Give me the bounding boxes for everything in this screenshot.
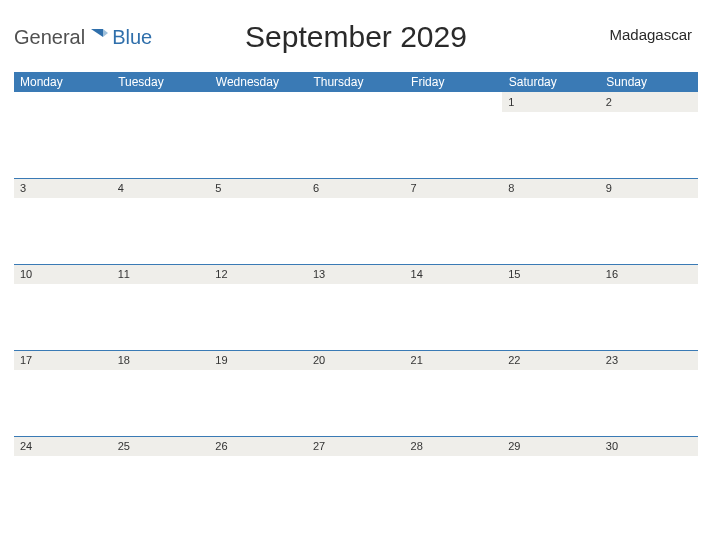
day-cell: 14	[405, 264, 503, 284]
day-cell: 20	[307, 350, 405, 370]
day-cell: 29	[502, 436, 600, 456]
day-cell: 30	[600, 436, 698, 456]
day-cell: 9	[600, 178, 698, 198]
brand-logo: General Blue	[14, 26, 152, 49]
week-3-body	[14, 284, 698, 350]
day-cell: 8	[502, 178, 600, 198]
day-cell: 15	[502, 264, 600, 284]
page-fold-icon	[89, 27, 109, 47]
dow-tue: Tuesday	[112, 72, 210, 92]
dow-wed: Wednesday	[209, 72, 307, 92]
day-cell: 21	[405, 350, 503, 370]
day-cell: 26	[209, 436, 307, 456]
week-5-nums: 24 25 26 27 28 29 30	[14, 436, 698, 456]
week-1-nums: 1 2	[14, 92, 698, 112]
week-2-body	[14, 198, 698, 264]
day-cell: 28	[405, 436, 503, 456]
calendar-body: 1 2 3 4 5 6 7 8 9 10 11 12 13 14 15 16 1…	[14, 92, 698, 522]
week-1-body	[14, 112, 698, 178]
day-cell: 1	[502, 92, 600, 112]
day-cell: 17	[14, 350, 112, 370]
day-cell: 23	[600, 350, 698, 370]
week-4-body	[14, 370, 698, 436]
day-cell: 16	[600, 264, 698, 284]
day-cell: 3	[14, 178, 112, 198]
day-cell: 10	[14, 264, 112, 284]
day-cell: 24	[14, 436, 112, 456]
header: General Blue September 2029 Madagascar	[14, 8, 698, 66]
day-cell	[14, 92, 112, 112]
dow-mon: Monday	[14, 72, 112, 92]
country-label: Madagascar	[609, 26, 692, 43]
day-cell: 25	[112, 436, 210, 456]
day-cell: 27	[307, 436, 405, 456]
day-cell: 13	[307, 264, 405, 284]
day-cell: 11	[112, 264, 210, 284]
day-cell: 12	[209, 264, 307, 284]
dow-row: Monday Tuesday Wednesday Thursday Friday…	[14, 72, 698, 92]
day-cell	[112, 92, 210, 112]
dow-thu: Thursday	[307, 72, 405, 92]
dow-sat: Saturday	[502, 72, 600, 92]
brand-general: General	[14, 26, 85, 49]
day-cell	[307, 92, 405, 112]
dow-sun: Sunday	[600, 72, 698, 92]
day-cell	[209, 92, 307, 112]
day-cell: 19	[209, 350, 307, 370]
dow-fri: Friday	[405, 72, 503, 92]
week-2-nums: 3 4 5 6 7 8 9	[14, 178, 698, 198]
day-cell: 7	[405, 178, 503, 198]
brand-blue: Blue	[112, 26, 152, 49]
day-cell: 22	[502, 350, 600, 370]
calendar-table: Monday Tuesday Wednesday Thursday Friday…	[14, 72, 698, 522]
day-cell: 6	[307, 178, 405, 198]
day-cell: 4	[112, 178, 210, 198]
day-cell: 18	[112, 350, 210, 370]
week-3-nums: 10 11 12 13 14 15 16	[14, 264, 698, 284]
day-cell: 5	[209, 178, 307, 198]
day-cell: 2	[600, 92, 698, 112]
week-5-body	[14, 456, 698, 522]
week-4-nums: 17 18 19 20 21 22 23	[14, 350, 698, 370]
day-cell	[405, 92, 503, 112]
